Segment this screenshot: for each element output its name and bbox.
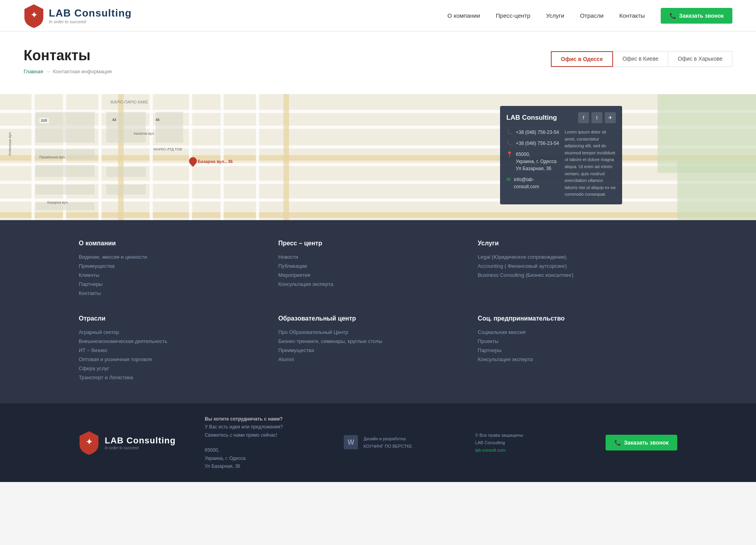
footer-bottom-logo: ✦ LAB Consulting In order to succeed [79,430,189,455]
footer-logo-shield-icon: ✦ [79,430,99,455]
footer-logo-name: LAB Consulting [105,436,176,446]
footer-col-industries: Отрасли Аграрный сектор Внешнеэкономичес… [79,315,278,384]
footer-cta-button[interactable]: 📞 Заказать звонок [606,435,677,450]
footer-link-press-4[interactable]: Консультация эксперта [278,281,466,287]
nav-about[interactable]: О компании [447,12,480,19]
nav-industries[interactable]: Отрасли [580,12,604,19]
footer-bottom-cta: 📞 Заказать звонок [598,435,677,450]
page-header-row: Контакты Главная → Контактная информация… [24,47,732,74]
footer-link-about-1[interactable]: Видение, миссия и ценности [79,254,267,260]
footer-link-about-5[interactable]: Контакты [79,290,267,296]
footer-link-about-3[interactable]: Клиенты [79,272,267,278]
phone-icon: 📞 [669,13,676,19]
footer-rights-link[interactable]: lab-consult.com [475,448,506,452]
footer-link-services-2[interactable]: Accounting ( Финансовый аутсорсинг) [478,263,665,269]
footer-link-industries-6[interactable]: Транспорт и Логистика [79,374,267,380]
nav-press[interactable]: Пресс-центр [496,12,530,19]
footer-contact-address1: 65000, [205,446,328,454]
footer-link-edu-2[interactable]: Бизнес-тренинги, семинары, круглые столы [278,338,466,344]
footer-link-about-2[interactable]: Преимущества [79,263,267,269]
logo-shield-icon: ✦ [24,4,44,28]
footer-link-services-1[interactable]: Legal (Юридическое сопровождение) [478,254,665,260]
popup-phone2-row: 📞 +38 (048) 756-23-54 [506,140,559,147]
pin-marker [187,156,198,167]
footer-link-social-1[interactable]: Социальная миссия [478,329,665,335]
popup-phone1: +38 (048) 756-23-54 [516,129,559,136]
header-cta-button[interactable]: 📞 Заказать звонок [661,8,732,24]
footer-link-press-1[interactable]: Новости [278,254,466,260]
office-tab-kharkov[interactable]: Офис в Харькове [668,51,732,67]
footer-link-about-4[interactable]: Партнеры [79,281,267,287]
popup-address: 65000, Украина, г. Одесса Ул Базарная, 3… [516,151,556,172]
footer-col-edu-title: Образовательный центр [278,315,466,322]
footer-link-edu-4[interactable]: Alumni [278,356,466,362]
footer-col-social-title: Соц. предпринимательство [478,315,665,322]
breadcrumb-separator: → [45,69,50,74]
footer-link-social-2[interactable]: Проекты [478,338,665,344]
logo[interactable]: ✦ LAB Consulting In order to succeed [24,4,132,28]
footer-link-industries-3[interactable]: ИТ – бизнес [79,347,267,353]
main-nav: О компании Пресс-центр Услуги Отрасли Ко… [447,8,732,24]
footer-link-social-3[interactable]: Партнеры [478,347,665,353]
breadcrumb-current: Контактная информация [53,69,111,74]
footer-logo-text: LAB Consulting In order to succeed [105,436,176,450]
logo-text: LAB Consulting In order to succeed [49,7,132,24]
popup-header: LAB Consulting f t ✈ [506,112,616,123]
map-background: ЖАРЮ-ПАРЮ КАФЕ Пушкінська вул. Успенська… [0,94,756,220]
breadcrumb: Главная → Контактная информация [24,69,551,74]
footer-col-services-title: Услуги [478,240,665,247]
popup-title: LAB Consulting [506,114,557,122]
office-tab-kiev[interactable]: Офис в Киеве [613,51,668,67]
footer-link-industries-2[interactable]: Внешнеэкономическая деятельность [79,338,267,344]
footer-col-services: Услуги Legal (Юридическое сопровождение)… [478,240,677,299]
footer-contact-address2: Украина, г. Одесса [205,454,328,462]
footer-link-industries-1[interactable]: Аграрный сектор [79,329,267,335]
address-icon: 📍 [506,151,513,157]
footer-rows: О компании Видение, миссия и ценности Пр… [79,240,677,384]
popup-left: 📞 +38 (048) 756-23-54 📞 +38 (048) 756-23… [506,129,559,198]
page-title: Контакты [24,47,551,64]
footer-col-social: Соц. предпринимательство Социальная мисс… [478,315,677,384]
facebook-button[interactable]: f [578,112,589,123]
design-icon: W [344,435,358,449]
twitter-button[interactable]: t [591,112,602,123]
email-icon: ✉ [506,176,511,182]
footer-link-social-4[interactable]: Консультация эксперта [478,356,665,362]
page-header-left: Контакты Главная → Контактная информация [24,47,551,74]
popup-description: Lorem ipsum dolor sit amet, consectetur … [565,129,616,198]
office-tab-odessa[interactable]: Офис в Одессе [551,51,613,67]
footer-link-industries-5[interactable]: Сфера услуг [79,365,267,371]
svg-text:✦: ✦ [86,437,93,446]
footer-dark: О компании Видение, миссия и ценности Пр… [0,220,756,403]
footer-contact-line3: Свяжитесь с нами прямо сейчас! [205,431,328,439]
nav-contacts[interactable]: Контакты [619,12,645,19]
popup-right: Lorem ipsum dolor sit amet, consectetur … [565,129,616,198]
popup-phone2: +38 (048) 756-23-54 [516,140,559,147]
footer-col-about: О компании Видение, миссия и ценности Пр… [79,240,278,299]
footer-col-about-title: О компании [79,240,267,247]
footer-link-edu-3[interactable]: Преимущества [278,347,466,353]
footer-contact-line2: У Вас есть идеи или предложения? [205,423,328,431]
map-popup: LAB Consulting f t ✈ 📞 +38 (048) 756-23-… [500,106,622,204]
map-pin[interactable]: Базарна вул., 36 [189,157,197,167]
footer-link-press-3[interactable]: Мероприятия [278,272,466,278]
telegram-button[interactable]: ✈ [605,112,616,123]
footer-link-services-3[interactable]: Business Consulting (Бизнес консалтинг) [478,272,665,278]
footer-col-press-title: Пресс – центр [278,240,466,247]
footer-row-2: Отрасли Аграрный сектор Внешнеэкономичес… [79,315,677,384]
popup-phone1-row: 📞 +38 (048) 756-23-54 [506,129,559,136]
phone2-icon: 📞 [506,140,513,146]
svg-text:✦: ✦ [31,11,37,19]
header: ✦ LAB Consulting In order to succeed О к… [0,0,756,32]
nav-services[interactable]: Услуги [546,12,564,19]
footer-logo-tagline: In order to succeed [105,446,176,450]
breadcrumb-home[interactable]: Главная [24,69,43,74]
popup-email: info@lab-consult.com [514,176,559,190]
footer-link-press-2[interactable]: Публикации [278,263,466,269]
footer-contact-address3: Ул Базарная, 36 [205,462,328,470]
popup-socials: f t ✈ [578,112,616,123]
footer-bottom-design: W Дизайн и разработка КОУЧИНГ ПО ВЕРСТКЕ [328,435,467,450]
page-content: Контакты Главная → Контактная информация… [0,32,756,94]
footer-link-industries-4[interactable]: Оптовая и розничная торговля [79,356,267,362]
footer-link-edu-1[interactable]: Про Образовательный Центр [278,329,466,335]
